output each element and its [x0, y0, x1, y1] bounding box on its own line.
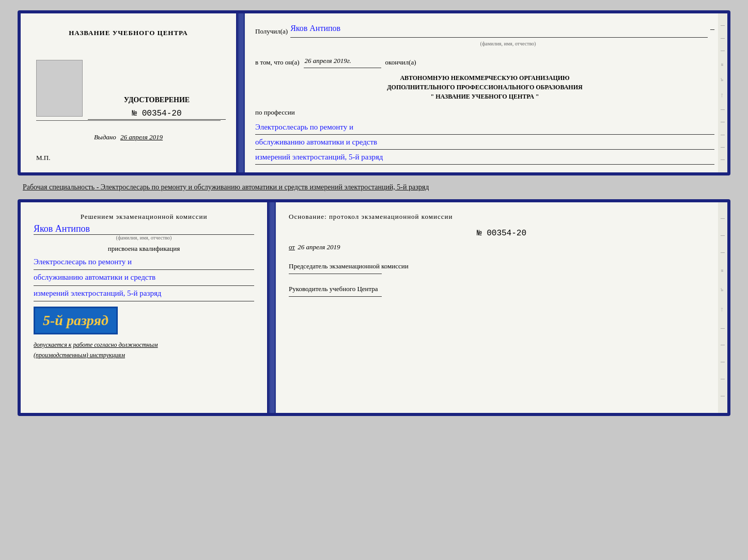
center-title: НАЗВАНИЕ УЧЕБНОГО ЦЕНТРА [21, 29, 236, 37]
profession-label: по профессии [255, 106, 714, 118]
top-booklet: НАЗВАНИЕ УЧЕБНОГО ЦЕНТРА УДОСТОВЕРЕНИЕ №… [18, 10, 730, 175]
qualification-name: Электрослесарь по ремонту и обслуживанию… [34, 255, 254, 302]
chairman-sig-line [289, 274, 382, 274]
org-line3: " НАЗВАНИЕ УЧЕБНОГО ЦЕНТРА " [255, 92, 714, 101]
recipient-sub: (фамилия, имя, отчество) [302, 39, 714, 49]
protocol-date-value: 26 апреля 2019 [298, 243, 340, 251]
person-name: Яков Антипов [34, 223, 254, 234]
issued-section: Выдано 26 апреля 2019 [21, 133, 236, 141]
допускается-line2: (производственным) инструкциям [34, 351, 254, 359]
recipient-label: Получил(а) [255, 25, 288, 37]
profession-line1: Электрослесарь по ремонту и [255, 121, 714, 135]
cert-type-label: УДОСТОВЕРЕНИЕ [88, 96, 226, 104]
description-text: Рабочая специальность - Электрослесарь п… [18, 180, 730, 195]
org-block: АВТОНОМНУЮ НЕКОММЕРЧЕСКУЮ ОРГАНИЗАЦИЮ ДО… [255, 73, 714, 101]
protocol-num: № 00354-20 [289, 229, 714, 238]
date-line: в том, что он(а) 26 апреля 2019г. окончи… [255, 55, 714, 68]
bottom-booklet: Решением экзаменационной комиссии Яков А… [18, 199, 730, 416]
rank-badge: 5-й разряд [34, 307, 118, 334]
date-suffix: окончил(а) [385, 56, 416, 68]
top-left-page: НАЗВАНИЕ УЧЕБНОГО ЦЕНТРА УДОСТОВЕРЕНИЕ №… [21, 13, 238, 172]
booklet-spine [238, 13, 245, 172]
director-sig-line [289, 296, 382, 297]
issued-label: Выдано [94, 133, 116, 141]
profession-name: Электрослесарь по ремонту и обслуживанию… [255, 121, 714, 165]
bottom-spine [269, 202, 276, 413]
director-section: Руководитель учебного Центра [289, 284, 714, 297]
profession-line3: измерений электростанций, 5-й разряд [255, 151, 714, 165]
qualification-label: присвоена квалификация [34, 245, 254, 253]
name-sub: (фамилия, имя, отчество) [34, 235, 254, 241]
person-name-underline: Яков Антипов [34, 223, 254, 235]
protocol-date: от 26 апреля 2019 [289, 243, 714, 251]
bottom-right-page: Основание: протокол экзаменационной коми… [276, 202, 727, 413]
допускается-prefix: допускается к [34, 341, 71, 348]
chairman-section: Председатель экзаменационной комиссии [289, 262, 714, 274]
issued-date: 26 апреля 2019 [120, 133, 163, 141]
photo-placeholder [36, 60, 83, 117]
chairman-title: Председатель экзаменационной комиссии [289, 262, 714, 271]
допускается-text: работе согласно должностным [73, 341, 158, 348]
recipient-name: Яков Антипов [290, 21, 708, 38]
director-title: Руководитель учебного Центра [289, 284, 714, 294]
basis-title: Основание: протокол экзаменационной коми… [289, 213, 714, 221]
top-right-page: Получил(а) Яков Антипов – (фамилия, имя,… [245, 13, 727, 172]
date-label: в том, что он(а) [255, 56, 300, 68]
date-prefix: от [289, 243, 295, 251]
recipient-line: Получил(а) Яков Антипов – [255, 21, 714, 38]
date-value: 26 апреля 2019г. [304, 55, 381, 68]
допускается-text2: (производственным) инструкциям [34, 351, 125, 359]
profession-line2: обслуживанию автоматики и средств [255, 136, 714, 150]
qual-line3: измерений электростанций, 5-й разряд [34, 287, 254, 302]
qual-line2: обслуживанию автоматики и средств [34, 271, 254, 286]
org-line2: ДОПОЛНИТЕЛЬНОГО ПРОФЕССИОНАЛЬНОГО ОБРАЗО… [255, 83, 714, 92]
допускается-line: допускается к работе согласно должностны… [34, 341, 254, 349]
mp-label: М.П. [36, 154, 50, 162]
decision-title: Решением экзаменационной комиссии [34, 213, 254, 221]
dash-separator: – [710, 22, 714, 38]
bottom-side-decoration: и ,а ‹– [718, 202, 727, 413]
qual-line1: Электрослесарь по ремонту и [34, 255, 254, 270]
org-line1: АВТОНОМНУЮ НЕКОММЕРЧЕСКУЮ ОРГАНИЗАЦИЮ [255, 73, 714, 83]
side-decoration: и ,а ‹– [718, 13, 727, 172]
bottom-left-page: Решением экзаменационной комиссии Яков А… [21, 202, 269, 413]
cert-number: № 00354-20 [88, 109, 226, 120]
